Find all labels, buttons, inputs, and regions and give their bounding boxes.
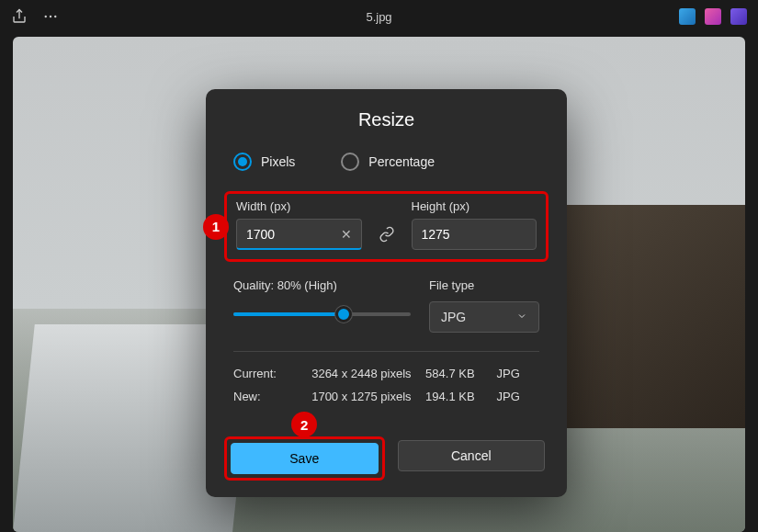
cancel-button[interactable]: Cancel bbox=[398, 440, 546, 471]
height-input[interactable] bbox=[413, 220, 537, 249]
chevron-down-icon bbox=[516, 310, 527, 324]
width-input-wrap[interactable]: ✕ bbox=[236, 219, 362, 250]
quality-slider[interactable] bbox=[233, 305, 411, 323]
app-icon-2[interactable] bbox=[705, 8, 721, 25]
height-label: Height (px) bbox=[412, 199, 537, 213]
more-icon[interactable] bbox=[42, 8, 59, 25]
info-new-dim: 1700 x 1275 pixels bbox=[311, 390, 425, 403]
radio-percentage-label: Percentage bbox=[368, 154, 435, 169]
width-input[interactable] bbox=[237, 220, 332, 248]
annotation-badge-2: 2 bbox=[291, 412, 317, 437]
app-icon-1[interactable] bbox=[679, 8, 696, 25]
info-new-size: 194.1 KB bbox=[425, 390, 496, 403]
info-current-size: 584.7 KB bbox=[425, 367, 496, 380]
svg-point-1 bbox=[50, 16, 51, 17]
annotation-box-2: 2 Save bbox=[224, 436, 385, 481]
info-current-dim: 3264 x 2448 pixels bbox=[311, 367, 425, 380]
radio-pixels[interactable]: Pixels bbox=[233, 153, 295, 171]
width-label: Width (px) bbox=[236, 199, 362, 213]
title-bar: 5.jpg bbox=[0, 0, 758, 33]
filetype-value: JPG bbox=[441, 310, 466, 324]
info-grid: Current: 3264 x 2448 pixels 584.7 KB JPG… bbox=[206, 367, 567, 403]
info-current-label: Current: bbox=[233, 367, 311, 380]
save-button[interactable]: Save bbox=[231, 443, 379, 474]
clear-icon[interactable]: ✕ bbox=[332, 227, 361, 242]
radio-checked-icon bbox=[233, 153, 252, 171]
file-title: 5.jpg bbox=[366, 10, 391, 24]
dialog-title: Resize bbox=[206, 89, 567, 153]
share-icon[interactable] bbox=[11, 8, 28, 25]
filetype-label: File type bbox=[429, 278, 539, 292]
radio-unchecked-icon bbox=[341, 153, 359, 171]
svg-point-0 bbox=[45, 16, 47, 17]
divider bbox=[233, 351, 539, 352]
svg-point-2 bbox=[54, 16, 56, 17]
annotation-badge-1: 1 bbox=[203, 214, 229, 240]
resize-dialog: Resize Pixels Percentage 1 Width (px) ✕ bbox=[206, 89, 567, 497]
info-new-label: New: bbox=[233, 390, 311, 403]
quality-label: Quality: 80% (High) bbox=[233, 278, 411, 292]
info-new-type: JPG bbox=[497, 390, 539, 403]
height-input-wrap[interactable] bbox=[412, 219, 537, 250]
app-icon-3[interactable] bbox=[730, 8, 747, 25]
slider-thumb[interactable] bbox=[335, 306, 352, 323]
radio-pixels-label: Pixels bbox=[261, 154, 295, 169]
radio-percentage[interactable]: Percentage bbox=[341, 153, 435, 171]
info-current-type: JPG bbox=[497, 367, 539, 380]
link-aspect-icon[interactable] bbox=[371, 219, 402, 250]
annotation-box-1: 1 Width (px) ✕ Height (px) bbox=[224, 191, 549, 262]
filetype-select[interactable]: JPG bbox=[429, 301, 539, 333]
